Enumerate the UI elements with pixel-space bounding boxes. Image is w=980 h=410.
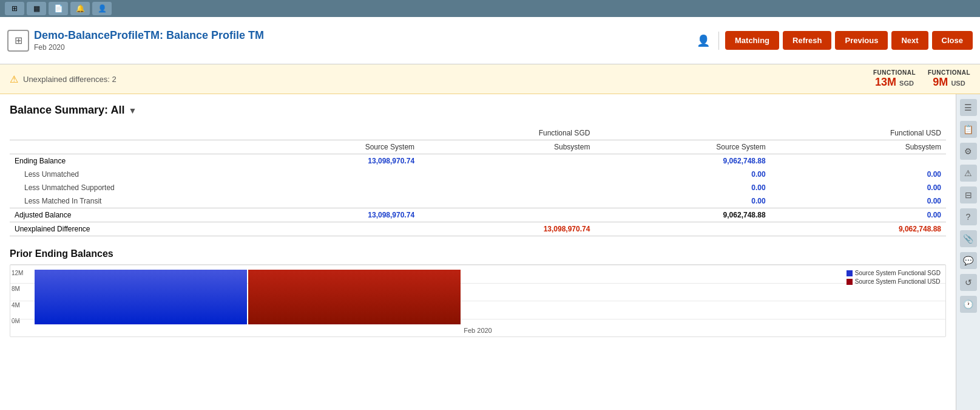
sgd-sub-value [419,181,595,194]
previous-button[interactable]: Previous [835,31,888,50]
y-axis-labels: 12M 8M 4M 0M [12,270,23,324]
bar-sgd [35,270,247,324]
sgd-src-value: 13,098,970.74 [244,154,419,168]
table-row: Unexplained Difference13,098,970.749,062… [10,222,946,236]
functional-sgd-label: FUNCTIONAL [873,69,916,76]
bar-usd [248,270,461,324]
next-button[interactable]: Next [891,31,928,50]
sgd-group-header: Functional SGD [244,126,595,140]
row-label: Less Matched In Transit [10,194,244,208]
sidebar-doc-icon[interactable]: 📋 [960,121,977,138]
table-row: Less Unmatched Supported0.000.00 [10,181,946,194]
usd-src-value: 9,062,748.88 [595,154,770,168]
sgd-src-value [244,222,419,236]
functional-usd-value: 9M USD [928,76,970,89]
bell-nav-icon[interactable]: 🔔 [70,2,90,15]
usd-group-header: Functional USD [595,126,946,140]
header-title-block: Demo-BalanceProfileTM: Balance Profile T… [34,29,692,52]
table-row: Less Unmatched0.000.00 [10,168,946,181]
sidebar-person-settings-icon[interactable]: ⚙ [960,143,977,160]
matching-button[interactable]: Matching [725,31,779,50]
balance-table: Functional SGD Functional USD Source Sys… [10,126,946,236]
functional-usd-label: FUNCTIONAL [928,69,970,76]
sgd-src-value [244,181,419,194]
sgd-sub-value [419,154,595,168]
chart-section: Prior Ending Balances 12M 8M 4M 0M [10,248,946,337]
usd-src-value [595,222,770,236]
functional-sgd-value: 13M SGD [873,76,916,89]
legend-blue: Source System Functional SGD [847,270,941,276]
header-actions: 👤 Matching Refresh Previous Next Close [697,31,973,50]
refresh-button[interactable]: Refresh [783,31,831,50]
warning-text: Unexplained differences: 2 [23,75,861,84]
user-icon: 👤 [697,34,710,47]
sidebar-paperclip-icon[interactable]: 📎 [960,230,977,247]
chart-nav-icon[interactable]: ▦ [27,2,46,15]
table-row: Adjusted Balance13,098,970.749,062,748.8… [10,208,946,222]
usd-sub-value: 0.00 [771,194,946,208]
close-button[interactable]: Close [932,31,973,50]
row-label: Adjusted Balance [10,208,244,222]
usd-sub-value: 0.00 [771,208,946,222]
app-icon: ⊞ [7,30,29,52]
sgd-sub-value [419,208,595,222]
sgd-sub-value [419,194,595,208]
sgd-sub-header: Subsystem [419,140,595,154]
sgd-src-value [244,168,419,181]
sgd-src-value [244,194,419,208]
usd-src-value: 0.00 [595,194,770,208]
chart-legend: Source System Functional SGD Source Syst… [847,270,941,287]
table-row: Ending Balance13,098,970.749,062,748.88 [10,154,946,168]
sidebar-clock-icon[interactable]: 🕐 [960,296,977,313]
usd-src-header: Source System [595,140,770,154]
chart-container: 12M 8M 4M 0M Feb 2020 [10,264,946,337]
legend-red: Source System Functional USD [847,278,941,285]
usd-sub-header: Subsystem [771,140,946,154]
sidebar-comment-icon[interactable]: 💬 [960,252,977,269]
legend-blue-box [847,270,853,276]
sidebar-question-icon[interactable]: ? [960,208,977,225]
legend-red-box [847,279,853,285]
warning-bar: ⚠ Unexplained differences: 2 FUNCTIONAL … [0,64,980,94]
person-nav-icon[interactable]: 👤 [92,2,112,15]
page-title: Demo-BalanceProfileTM: Balance Profile T… [34,29,692,42]
header-bar: ⊞ Demo-BalanceProfileTM: Balance Profile… [0,17,980,64]
usd-sub-value [771,154,946,168]
usd-sub-value: 9,062,748.88 [771,222,946,236]
row-label: Unexplained Difference [10,222,244,236]
sgd-sub-value: 13,098,970.74 [419,222,595,236]
top-nav: ⊞ ▦ 📄 🔔 👤 [0,0,980,17]
sgd-sub-value [419,168,595,181]
grid-nav-icon[interactable]: ⊞ [5,2,24,15]
divider [718,32,719,50]
sidebar-table-icon[interactable]: ⊟ [960,186,977,203]
chart-bars [35,270,941,324]
usd-sub-value: 0.00 [771,181,946,194]
functional-usd-block: FUNCTIONAL 9M USD [928,69,970,89]
page-subtitle: Feb 2020 [34,43,692,52]
doc-nav-icon[interactable]: 📄 [49,2,68,15]
main-content: Balance Summary: All ▼ Functional SGD Fu… [0,94,980,410]
chart-title: Prior Ending Balances [10,248,946,259]
right-sidebar: ☰ 📋 ⚙ ⚠ ⊟ ? 📎 💬 ↺ 🕐 [956,94,980,410]
content-area: Balance Summary: All ▼ Functional SGD Fu… [0,94,956,410]
usd-src-value: 0.00 [595,168,770,181]
warning-icon: ⚠ [10,73,18,85]
row-label: Ending Balance [10,154,244,168]
sgd-src-header: Source System [244,140,419,154]
section-title: Balance Summary: All ▼ [10,104,946,117]
sgd-src-value: 13,098,970.74 [244,208,419,222]
row-label: Less Unmatched [10,168,244,181]
dropdown-arrow-icon[interactable]: ▼ [128,106,137,115]
functional-sgd-block: FUNCTIONAL 13M SGD [873,69,916,89]
usd-sub-value: 0.00 [771,168,946,181]
usd-src-value: 9,062,748.88 [595,208,770,222]
sidebar-refresh-icon[interactable]: ↺ [960,274,977,291]
table-row: Less Matched In Transit0.000.00 [10,194,946,208]
sidebar-warning-icon[interactable]: ⚠ [960,165,977,182]
usd-src-value: 0.00 [595,181,770,194]
sidebar-list-icon[interactable]: ☰ [960,99,977,116]
x-axis-label: Feb 2020 [464,327,492,334]
row-label: Less Unmatched Supported [10,181,244,194]
